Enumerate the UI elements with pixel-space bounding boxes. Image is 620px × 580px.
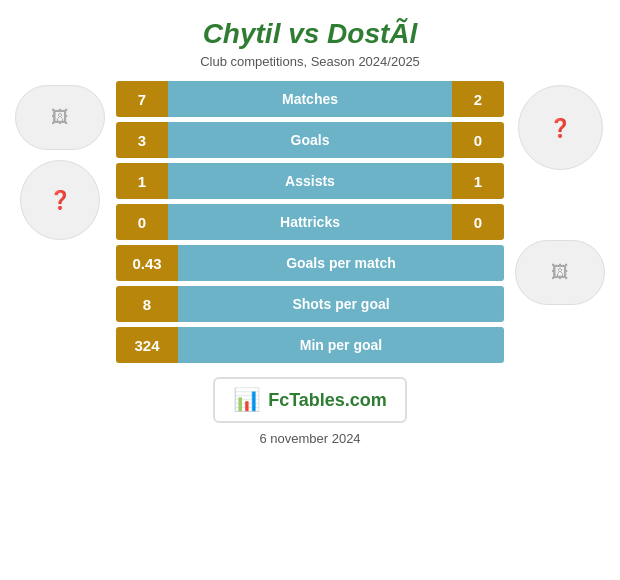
right-avatar-oval: 🖼 [515, 240, 605, 305]
stat-right-value: 0 [452, 204, 504, 240]
left-player-avatars: 🖼 ❓ [10, 81, 110, 240]
left-avatar-circle: ❓ [20, 160, 100, 240]
stat-label: Hattricks [168, 204, 452, 240]
stats-table: 7Matches23Goals01Assists10Hattricks00.43… [116, 81, 504, 363]
right-player-avatars: ❓ 🖼 [510, 81, 610, 305]
stat-right-value: 0 [452, 122, 504, 158]
stat-label: Goals [168, 122, 452, 158]
logo-section: 📊 FcTables.com 6 november 2024 [213, 377, 407, 446]
page-title: Chytil vs DostÃ­l [203, 18, 418, 50]
stat-label: Assists [168, 163, 452, 199]
stat-left-value: 7 [116, 81, 168, 117]
placeholder-icon: 🖼 [551, 262, 569, 283]
stat-row: 0Hattricks0 [116, 204, 504, 240]
stat-row: 3Goals0 [116, 122, 504, 158]
stat-right-value: 2 [452, 81, 504, 117]
page-subtitle: Club competitions, Season 2024/2025 [200, 54, 420, 69]
main-content: 🖼 ❓ 7Matches23Goals01Assists10Hattricks0… [0, 81, 620, 363]
stat-right-value: 1 [452, 163, 504, 199]
stat-label: Matches [168, 81, 452, 117]
stat-left-value: 1 [116, 163, 168, 199]
stat-left-value: 8 [116, 286, 178, 322]
stat-row: 324Min per goal [116, 327, 504, 363]
stat-left-value: 324 [116, 327, 178, 363]
stat-label: Shots per goal [178, 286, 504, 322]
logo-box: 📊 FcTables.com [213, 377, 407, 423]
stat-left-value: 0 [116, 204, 168, 240]
logo-text: FcTables.com [268, 390, 387, 411]
stat-row: 8Shots per goal [116, 286, 504, 322]
stat-left-value: 0.43 [116, 245, 178, 281]
placeholder-icon: ❓ [49, 189, 71, 211]
placeholder-icon: ❓ [549, 117, 571, 139]
date-text: 6 november 2024 [259, 431, 360, 446]
left-avatar-oval: 🖼 [15, 85, 105, 150]
stat-label: Goals per match [178, 245, 504, 281]
stat-row: 0.43Goals per match [116, 245, 504, 281]
stat-row: 7Matches2 [116, 81, 504, 117]
stat-row: 1Assists1 [116, 163, 504, 199]
stat-label: Min per goal [178, 327, 504, 363]
stat-left-value: 3 [116, 122, 168, 158]
logo-icon: 📊 [233, 387, 260, 413]
page-wrapper: Chytil vs DostÃ­l Club competitions, Sea… [0, 0, 620, 580]
placeholder-icon: 🖼 [51, 107, 69, 128]
right-avatar-circle: ❓ [518, 85, 603, 170]
